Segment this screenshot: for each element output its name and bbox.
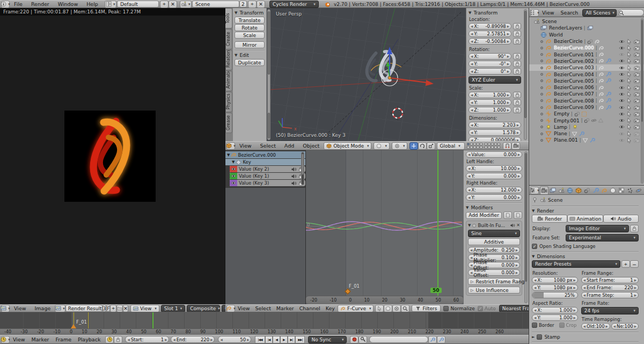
eye-icon[interactable] xyxy=(231,180,236,186)
camera-icon[interactable] xyxy=(634,124,640,130)
expand-dot[interactable] xyxy=(540,79,543,82)
eye-icon[interactable] xyxy=(619,52,625,57)
pointer-icon[interactable] xyxy=(626,71,632,77)
camera-icon[interactable] xyxy=(634,65,640,71)
properties-tab[interactable] xyxy=(617,186,626,194)
camera-icon[interactable] xyxy=(634,52,640,57)
fcurve-channel-row[interactable]: Value (Key 2) xyxy=(230,166,305,172)
eye-icon[interactable] xyxy=(619,39,625,45)
outliner-item-label[interactable]: Empty.001 xyxy=(554,118,580,123)
eye-icon[interactable] xyxy=(619,124,625,130)
graph-menu-item[interactable]: Select xyxy=(253,305,274,311)
eye-icon[interactable] xyxy=(231,173,236,179)
outliner-item-label[interactable]: BezierCurve.008 xyxy=(554,98,594,104)
outliner-item-label[interactable]: BezierCurve.007 xyxy=(554,91,594,97)
marker-triangle[interactable] xyxy=(71,324,76,328)
outliner-row[interactable]: World | xyxy=(529,32,644,38)
timeline-ruler[interactable]: -40-30-20-100102030405060708090100110120… xyxy=(0,328,529,335)
image-browse-button[interactable]: ▾ xyxy=(55,305,65,312)
properties-tab[interactable] xyxy=(609,186,617,194)
camera-icon[interactable] xyxy=(634,105,640,111)
editor-type-button[interactable]: ▾ xyxy=(226,305,235,312)
toolshelf-tab[interactable]: Tools xyxy=(225,8,232,28)
pointer-icon[interactable] xyxy=(626,111,632,117)
editor-type-button[interactable]: ▾ xyxy=(1,1,10,8)
fcurve-channel-row[interactable]: Value (Key 3) xyxy=(230,180,305,186)
rotation-field[interactable]: ◀X:90°▶ xyxy=(469,53,511,60)
expand-dot[interactable] xyxy=(540,47,543,49)
border-checkbox[interactable]: ✓ xyxy=(532,323,537,328)
outliner-row[interactable]: RenderLayers | xyxy=(529,25,644,31)
manipulator-scale-button[interactable] xyxy=(427,142,435,150)
outliner-row[interactable]: Empty | xyxy=(529,111,644,117)
outliner-search-input[interactable] xyxy=(618,9,644,16)
manipulator-translate-button[interactable] xyxy=(409,142,418,150)
modifier-type-select[interactable]: Sine▾ xyxy=(468,230,520,237)
right-handle-field[interactable]: ◀Y:0.000▶ xyxy=(466,194,522,201)
viewport-menu-item[interactable]: Select xyxy=(256,143,280,149)
scale-field[interactable]: ◀X:1.000▶ xyxy=(469,92,511,98)
stamp-panel-header[interactable]: ►✓Stamp xyxy=(532,334,639,340)
outliner-row[interactable]: Lamp | xyxy=(529,124,644,130)
pointer-icon[interactable] xyxy=(626,98,632,104)
expand-dot[interactable] xyxy=(540,60,543,62)
modifier-name[interactable]: Built-In Fu... xyxy=(478,223,505,228)
timeline-menu-item[interactable]: Frame xyxy=(52,336,75,342)
expand-dot[interactable] xyxy=(540,73,543,76)
screen-layout-browse-button[interactable]: ▾ xyxy=(105,1,116,8)
scale-field[interactable]: ◀Y:1.000▶ xyxy=(469,99,511,106)
expand-dot[interactable] xyxy=(540,119,543,122)
layer-select[interactable]: Composite▾ xyxy=(187,305,220,312)
viewport-menu-item[interactable]: View xyxy=(235,143,256,149)
lock-button[interactable] xyxy=(513,107,521,113)
editor-type-button[interactable]: ▾ xyxy=(1,336,10,343)
lock-range-button[interactable] xyxy=(114,336,122,343)
timeline-canvas[interactable]: F_01 xyxy=(0,312,529,328)
outliner-row[interactable]: Empty.001 | xyxy=(529,117,644,123)
render-action-button[interactable]: Audio xyxy=(603,215,639,223)
lock-button[interactable] xyxy=(513,99,521,106)
frame-range-field[interactable]: ◀Start Frame:1▶ xyxy=(581,277,639,283)
properties-tab[interactable] xyxy=(566,186,574,194)
timeline-menu-item[interactable]: Marker xyxy=(28,336,53,342)
dimension-field[interactable]: ◀Z:0.0000006▶ xyxy=(469,137,521,141)
crop-checkbox[interactable]: ✓ xyxy=(559,323,565,328)
outliner-item-label[interactable]: BezierCurve.009 xyxy=(554,105,594,110)
camera-icon[interactable] xyxy=(634,91,640,97)
outliner-item-label[interactable]: Empty xyxy=(554,111,569,116)
playback-button[interactable]: ◀ xyxy=(273,336,280,343)
expand-dot[interactable] xyxy=(540,133,543,135)
outliner-row[interactable]: BezierCircle | xyxy=(529,38,644,45)
properties-tab[interactable] xyxy=(583,186,591,194)
render-panel-header[interactable]: ▼Render xyxy=(532,208,639,214)
left-handle-field[interactable]: ◀Y:0.000▶ xyxy=(466,173,522,179)
lock-button[interactable] xyxy=(513,68,521,75)
lock-button[interactable] xyxy=(513,53,521,60)
lock-interface-button[interactable] xyxy=(630,225,639,232)
playback-button[interactable]: ▶ xyxy=(280,336,288,343)
outliner-item-label[interactable]: World xyxy=(549,32,563,38)
outliner-menu-item[interactable]: Search xyxy=(558,10,582,16)
camera-icon[interactable] xyxy=(634,58,640,64)
speaker-icon[interactable] xyxy=(291,173,297,179)
properties-tab[interactable] xyxy=(574,186,583,194)
graph-canvas[interactable]: 0 F_01 50 xyxy=(306,150,463,296)
playback-button[interactable]: |◀◀ xyxy=(255,336,265,343)
eye-icon[interactable] xyxy=(619,78,625,84)
right-handle-field[interactable]: ◀X:12.000▶ xyxy=(466,187,522,193)
graph-mode-select[interactable]: F-Curve▾ xyxy=(338,305,374,312)
lock-button[interactable] xyxy=(513,61,521,67)
frame-range-field[interactable]: ◀Frame Step:1▶ xyxy=(581,292,639,298)
pointer-icon[interactable] xyxy=(626,39,632,45)
sync-mode-select[interactable]: No Sync▾ xyxy=(308,336,347,343)
info-menu-item[interactable]: Window xyxy=(54,1,82,7)
expand-dot[interactable] xyxy=(540,53,543,56)
pointer-icon[interactable] xyxy=(626,91,632,97)
layers-widget[interactable] xyxy=(467,143,482,149)
expand-dot[interactable] xyxy=(540,67,543,69)
unlink-image-button[interactable]: ✕ xyxy=(123,305,128,312)
expand-dot[interactable] xyxy=(540,126,543,128)
outliner-item-label[interactable]: BezierCurve.006 xyxy=(554,85,594,90)
properties-tab[interactable] xyxy=(626,186,634,194)
pointer-icon[interactable] xyxy=(626,52,632,57)
